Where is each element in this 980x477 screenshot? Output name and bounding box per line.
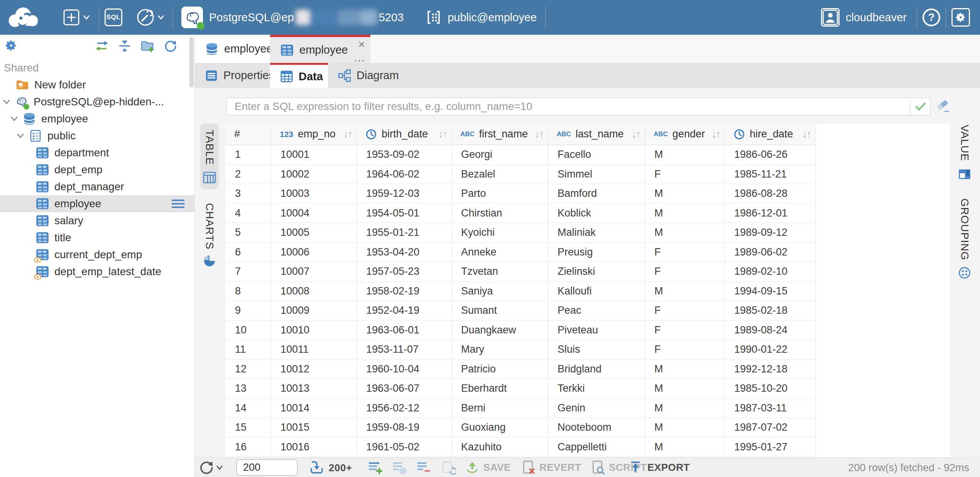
emp-no-cell[interactable]: 10009 <box>271 301 357 321</box>
panel-tab-value[interactable]: VALUE <box>958 125 971 181</box>
row-number-cell[interactable]: 1 <box>226 145 271 165</box>
help-button[interactable]: ? <box>923 8 940 26</box>
last-name-cell[interactable]: Genin <box>548 399 645 418</box>
refresh-results-button[interactable] <box>199 460 213 475</box>
emp-no-cell[interactable]: 10004 <box>271 204 357 223</box>
tree-item-table-title[interactable]: title <box>0 229 194 246</box>
hire-date-cell[interactable]: 1989-08-24 <box>725 321 816 340</box>
gender-cell[interactable]: M <box>645 438 725 457</box>
presentation-tab-table[interactable]: TABLE <box>200 123 219 189</box>
settings-button[interactable] <box>951 8 970 27</box>
tree-item-new-folder[interactable]: New folder <box>0 76 194 93</box>
birth-date-cell[interactable]: 1958-02-19 <box>357 282 452 301</box>
sort-icon[interactable] <box>535 128 543 140</box>
first-name-cell[interactable]: Kazuhito <box>452 438 548 457</box>
first-name-cell[interactable]: Mary <box>452 340 548 360</box>
emp-no-cell[interactable]: 10008 <box>271 282 357 301</box>
last-name-cell[interactable]: Nooteboom <box>548 418 645 438</box>
last-name-cell[interactable]: Sluis <box>548 340 645 360</box>
cloudbeaver-logo-icon[interactable] <box>5 5 41 30</box>
tree-item-table-employee-selected[interactable]: employee <box>0 195 194 212</box>
new-folder-icon[interactable] <box>140 39 154 52</box>
sort-icon[interactable] <box>438 128 447 140</box>
row-number-cell[interactable]: 8 <box>226 282 271 301</box>
gender-cell[interactable]: M <box>645 379 725 399</box>
last-name-cell[interactable]: Kalloufi <box>548 282 645 301</box>
first-name-cell[interactable]: Patricio <box>452 360 548 379</box>
column-header-hire-date[interactable]: hire_date <box>725 123 816 145</box>
sort-icon[interactable] <box>632 128 640 140</box>
gender-cell[interactable]: F <box>645 321 725 340</box>
gender-cell[interactable]: F <box>645 340 725 360</box>
birth-date-cell[interactable]: 1953-04-20 <box>357 243 452 262</box>
last-name-cell[interactable]: Bridgland <box>548 360 645 379</box>
hire-date-cell[interactable]: 1992-12-18 <box>725 360 816 379</box>
gender-cell[interactable]: M <box>645 145 725 165</box>
link-with-editor-icon[interactable] <box>95 39 109 52</box>
row-number-cell[interactable]: 10 <box>226 321 271 340</box>
fetch-more-rows-button[interactable]: 200+ <box>309 460 352 475</box>
emp-no-cell[interactable]: 10016 <box>271 438 357 457</box>
emp-no-cell[interactable]: 10011 <box>271 340 357 360</box>
expand-chevron-icon[interactable] <box>10 115 19 123</box>
birth-date-cell[interactable]: 1964-06-02 <box>357 165 452 184</box>
birth-date-cell[interactable]: 1953-11-07 <box>357 340 452 360</box>
row-number-cell[interactable]: 4 <box>226 204 271 223</box>
row-number-cell[interactable]: 3 <box>226 184 271 204</box>
first-name-cell[interactable]: Tzvetan <box>452 262 548 282</box>
hire-date-cell[interactable]: 1986-08-28 <box>725 184 816 204</box>
tree-item-view-current-dept-emp[interactable]: current_dept_emp <box>0 246 194 263</box>
hire-date-cell[interactable]: 1987-07-02 <box>725 418 816 438</box>
column-header-first-name[interactable]: ABC first_name <box>452 123 548 145</box>
tab-data-active[interactable]: Data <box>270 63 328 88</box>
schema-selector[interactable]: public@employee <box>425 9 537 26</box>
emp-no-cell[interactable]: 10014 <box>271 399 357 418</box>
row-number-cell[interactable]: 2 <box>226 165 271 184</box>
new-connection-button[interactable] <box>63 8 90 26</box>
generate-script-button[interactable] <box>441 460 456 475</box>
gender-cell[interactable]: F <box>645 301 725 321</box>
birth-date-cell[interactable]: 1956-02-12 <box>357 399 452 418</box>
tab-menu-icon[interactable] <box>353 52 365 63</box>
sort-icon[interactable] <box>711 128 720 140</box>
first-name-cell[interactable]: Saniya <box>452 282 548 301</box>
row-number-cell[interactable]: 9 <box>226 301 271 321</box>
tree-item-database-employee[interactable]: employee <box>0 110 194 127</box>
first-name-cell[interactable]: Parto <box>452 184 548 204</box>
apply-filter-button[interactable] <box>910 98 931 115</box>
tab-table-employee-active[interactable]: employee <box>270 35 370 63</box>
revert-button[interactable]: REVERT <box>521 460 581 475</box>
first-name-cell[interactable]: Chirstian <box>452 204 548 223</box>
collapse-all-icon[interactable] <box>118 39 131 52</box>
first-name-cell[interactable]: Guoxiang <box>452 418 548 438</box>
clear-filter-eraser-icon[interactable] <box>935 99 950 115</box>
emp-no-cell[interactable]: 10012 <box>271 360 357 379</box>
save-button[interactable]: SAVE <box>465 460 511 475</box>
birth-date-cell[interactable]: 1959-08-19 <box>357 418 452 438</box>
row-number-cell[interactable]: 12 <box>226 360 271 379</box>
close-icon[interactable] <box>358 38 365 51</box>
panel-tab-grouping[interactable]: GROUPING <box>958 198 971 279</box>
tab-database-employee[interactable]: employee <box>195 35 270 63</box>
navigator-settings-gear-icon[interactable] <box>5 39 17 52</box>
add-row-button[interactable] <box>367 460 383 475</box>
emp-no-cell[interactable]: 10007 <box>271 262 357 282</box>
gender-cell[interactable]: M <box>645 418 725 438</box>
birth-date-cell[interactable]: 1953-09-02 <box>357 145 452 165</box>
tree-item-table-dept-emp[interactable]: dept_emp <box>0 161 194 178</box>
last-name-cell[interactable]: Piveteau <box>548 321 645 340</box>
row-number-cell[interactable]: 14 <box>226 399 271 418</box>
hire-date-cell[interactable]: 1995-01-27 <box>725 438 816 457</box>
row-number-cell[interactable]: 11 <box>226 340 271 360</box>
last-name-cell[interactable]: Peac <box>548 301 645 321</box>
row-number-cell[interactable]: 6 <box>226 243 271 262</box>
emp-no-cell[interactable]: 10001 <box>271 145 357 165</box>
emp-no-cell[interactable]: 10005 <box>271 223 357 243</box>
last-name-cell[interactable]: Preusig <box>548 243 645 262</box>
emp-no-cell[interactable]: 10006 <box>271 243 357 262</box>
gender-cell[interactable]: F <box>645 165 725 184</box>
active-connection-selector[interactable]: PostgreSQL@ep 5203 <box>181 7 404 28</box>
emp-no-cell[interactable]: 10015 <box>271 418 357 438</box>
tab-properties[interactable]: Properties <box>195 63 270 88</box>
emp-no-cell[interactable]: 10002 <box>271 165 357 184</box>
